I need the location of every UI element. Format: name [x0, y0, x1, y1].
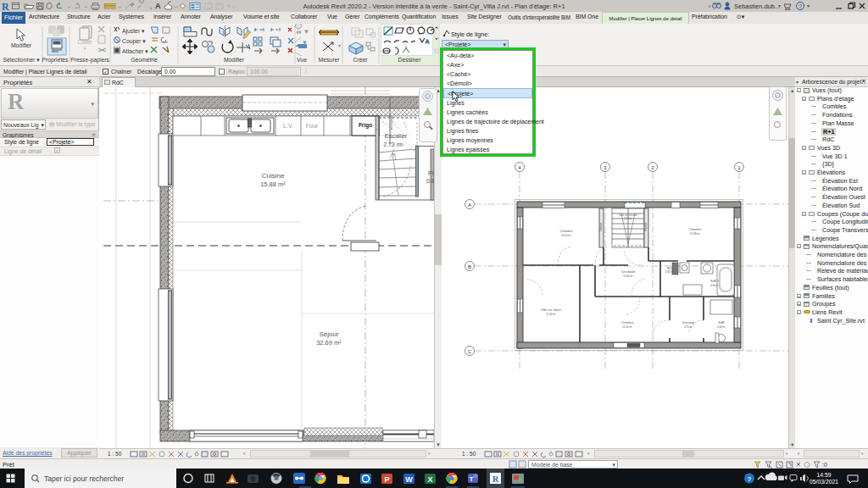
svg-text:X: X	[427, 475, 432, 484]
svg-text:10.06 m²: 10.06 m²	[623, 274, 633, 278]
svg-text:Chambre: Chambre	[621, 321, 634, 324]
svg-text:Cuisine: Cuisine	[262, 172, 285, 180]
svg-text:10.38 m²: 10.38 m²	[690, 232, 700, 236]
svg-text:Autodesk Revit 2020.2 - Versio: Autodesk Revit 2020.2 - Version interdit…	[303, 3, 565, 10]
svg-text:Pla: Pla	[428, 169, 434, 177]
svg-text:R: R	[2, 1, 9, 13]
svg-text:▾: ▾	[807, 3, 810, 8]
svg-text:Créer: Créer	[353, 57, 369, 63]
svg-text:14:59: 14:59	[816, 472, 831, 478]
svg-text:Four: Four	[306, 123, 319, 129]
svg-text:14.05 m²: 14.05 m²	[561, 234, 571, 237]
svg-text:Géométrie: Géométrie	[131, 57, 158, 63]
svg-text:Propriétés: Propriétés	[42, 57, 70, 64]
svg-text:▾: ▾	[778, 3, 781, 8]
svg-text:32.69 m²: 32.69 m²	[316, 339, 342, 347]
svg-text:?: ?	[798, 3, 802, 9]
svg-text:Placard: Placard	[644, 223, 648, 232]
svg-text:W: W	[405, 475, 413, 484]
svg-text:‹: ‹	[709, 3, 711, 10]
svg-text:Taper ici pour rechercher: Taper ici pour rechercher	[44, 474, 124, 483]
svg-text:Presse-papiers: Presse-papiers	[70, 57, 109, 64]
svg-text:R: R	[492, 474, 499, 484]
svg-text:Chambre: Chambre	[689, 228, 702, 231]
svg-text:L.V.: L.V.	[283, 123, 293, 129]
svg-text:A: A	[155, 2, 161, 10]
svg-text:Circulation: Circulation	[621, 270, 636, 274]
svg-text:6.06 m²: 6.06 m²	[710, 284, 719, 287]
svg-text:▾: ▾	[305, 29, 308, 34]
svg-text:Dressing: Dressing	[682, 321, 694, 324]
svg-text:Frigo: Frigo	[359, 122, 372, 129]
svg-text:SdB: SdB	[719, 321, 725, 324]
svg-text:?: ?	[748, 475, 752, 483]
svg-text:4.00 m²: 4.00 m²	[717, 325, 726, 329]
svg-text:B: B	[468, 264, 471, 269]
svg-text:Mesurer: Mesurer	[319, 57, 341, 63]
svg-text:Coller: Coller	[78, 39, 93, 45]
svg-text::0: :0	[822, 462, 827, 468]
svg-text:0.92 m²: 0.92 m²	[665, 270, 674, 274]
svg-text:SdB 1: SdB 1	[710, 280, 719, 283]
svg-text:3.72 m²: 3.72 m²	[624, 217, 632, 220]
svg-text:Couper ▾: Couper ▾	[122, 38, 146, 45]
svg-text:▾: ▾	[338, 43, 341, 48]
svg-text:T: T	[470, 475, 474, 483]
svg-text:Placard: Placard	[599, 223, 603, 232]
svg-text:Chambre: Chambre	[560, 230, 573, 233]
svg-text:14.10 m²: 14.10 m²	[622, 325, 632, 329]
svg-text:Modifier: Modifier	[11, 42, 32, 48]
svg-text:Modifier: Modifier	[224, 57, 245, 63]
svg-text:Sélectionner ▾: Sélectionner ▾	[3, 57, 40, 63]
svg-text:Dessiner: Dessiner	[398, 57, 422, 63]
svg-text:A: A	[468, 202, 471, 208]
svg-text:Ajuster ▾: Ajuster ▾	[122, 28, 145, 35]
svg-text:A: A	[426, 39, 429, 44]
svg-text:4.75 m²: 4.75 m²	[684, 325, 693, 329]
svg-text:Escalier: Escalier	[385, 132, 408, 140]
svg-text:Attacher ▾: Attacher ▾	[122, 48, 148, 54]
svg-text:0.8: 0.8	[426, 178, 434, 184]
svg-text:15.88 m²: 15.88 m²	[260, 180, 286, 188]
svg-text:05/03/2021: 05/03/2021	[810, 479, 838, 485]
svg-text:2.73 m²: 2.73 m²	[383, 141, 403, 147]
svg-text:11.26 m²: 11.26 m²	[546, 313, 556, 316]
svg-text:Vide sur séjour: Vide sur séjour	[541, 308, 562, 312]
svg-text:Séjour: Séjour	[319, 330, 338, 338]
svg-text:Sebastien.dub...: Sebastien.dub...	[734, 3, 780, 10]
svg-text:Vue: Vue	[297, 57, 307, 63]
svg-text:P: P	[384, 475, 389, 484]
svg-text:Style de ligne:: Style de ligne:	[451, 30, 489, 38]
svg-text:▾: ▾	[84, 46, 86, 51]
svg-text:C: C	[468, 349, 472, 354]
